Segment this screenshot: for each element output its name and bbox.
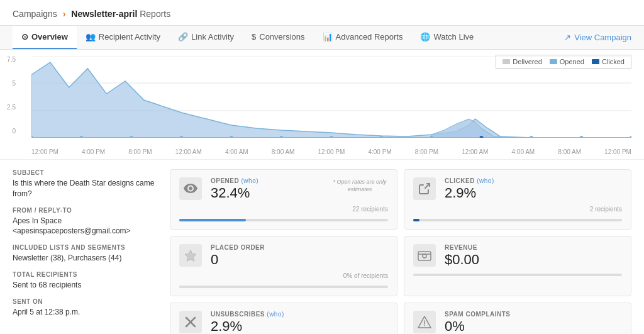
revenue-bar-wrap: [413, 274, 622, 276]
unsubscribes-card: UNSUBSCRIBES (who) 2.9% 2 recipients: [170, 303, 397, 334]
watch-live-icon: 🌐: [420, 32, 430, 42]
opened-sub: 22 recipients: [352, 206, 388, 213]
tab-recipient-activity[interactable]: 👥 Recipient Activity: [77, 26, 169, 49]
opened-card: OPENED (who) 32.4% * Open rates are only…: [170, 169, 397, 230]
eye-icon: [179, 177, 202, 200]
subject-label: SUBJECT: [13, 169, 157, 176]
clicked-who-link[interactable]: (who): [477, 177, 494, 184]
tab-link-activity[interactable]: 🔗 Link Activity: [169, 26, 243, 49]
placed-order-card: PLACED ORDER 0 0% of recipients: [170, 236, 397, 296]
advanced-reports-icon: 📊: [323, 32, 333, 42]
tab-overview[interactable]: ⊙ Overview: [13, 26, 77, 49]
y-axis: 7.5 5 2.5 0: [0, 56, 19, 135]
info-panel: SUBJECT Is this where the Death Star des…: [13, 169, 157, 334]
clicked-card: CLICKED (who) 2.9% 2 recipients: [404, 169, 631, 230]
star-icon: [179, 244, 202, 267]
tab-watch-live[interactable]: 🌐 Watch Live: [411, 26, 482, 49]
revenue-content: REVENUE $0.00: [445, 244, 622, 267]
bottom-section: SUBJECT Is this where the Death Star des…: [0, 160, 644, 334]
spam-content: SPAM COMPLAINTS 0%: [445, 311, 622, 334]
x-axis: 12:00 PM 4:00 PM 8:00 PM 12:00 AM 4:00 A…: [31, 147, 631, 157]
opened-title: OPENED (who): [211, 177, 323, 184]
view-campaign-label: View Campaign: [574, 33, 631, 42]
sent-value: April 5 at 12:38 p.m.: [13, 307, 157, 318]
tab-watch-live-label: Watch Live: [433, 32, 474, 42]
lists-block: INCLUDED LISTS AND SEGMENTS Newsletter (…: [13, 244, 157, 264]
lists-value: Newsletter (38), Purchasers (44): [13, 253, 157, 264]
breadcrumb-separator: ›: [63, 9, 66, 19]
warning-icon: [413, 311, 436, 333]
opened-card-top: OPENED (who) 32.4% * Open rates are only…: [179, 177, 388, 201]
external-link-icon: ↗: [564, 33, 571, 42]
svg-marker-5: [431, 119, 519, 138]
from-block: FROM / REPLY-TO Apes In Space <apesinspa…: [13, 207, 157, 237]
revenue-title: REVENUE: [445, 244, 622, 251]
navigation-bar: ⊙ Overview 👥 Recipient Activity 🔗 Link A…: [0, 26, 644, 50]
svg-marker-4: [31, 62, 631, 138]
opened-bar: [179, 219, 246, 221]
recipients-value: Sent to 68 recipients: [13, 280, 157, 291]
sent-block: SENT ON April 5 at 12:38 p.m.: [13, 298, 157, 318]
chart-area: Delivered Opened Clicked 7.5 5 2.5 0: [0, 50, 644, 160]
page-header: Campaigns › Newsletter-april Reports: [0, 0, 644, 26]
unsubscribes-title: UNSUBSCRIBES (who): [211, 311, 388, 318]
lists-label: INCLUDED LISTS AND SEGMENTS: [13, 244, 157, 251]
placed-order-content: PLACED ORDER 0: [211, 244, 388, 267]
opened-who-link[interactable]: (who): [242, 177, 259, 184]
clicked-content: CLICKED (who) 2.9%: [445, 177, 622, 201]
svg-point-21: [423, 254, 426, 258]
tab-link-activity-label: Link Activity: [191, 32, 234, 42]
tab-overview-label: Overview: [31, 32, 68, 42]
revenue-icon: [413, 244, 436, 267]
svg-point-19: [630, 136, 631, 138]
clicked-card-top: CLICKED (who) 2.9%: [413, 177, 622, 201]
opened-bar-wrap: [179, 219, 388, 221]
svg-point-18: [580, 136, 584, 138]
breadcrumb-suffix: Reports: [140, 9, 170, 19]
subject-block: SUBJECT Is this where the Death Star des…: [13, 169, 157, 199]
revenue-top: REVENUE $0.00: [413, 244, 622, 267]
from-value: Apes In Space <apesinspaceposters@gmail.…: [13, 216, 157, 237]
subject-value: Is this where the Death Star designs cam…: [13, 178, 157, 199]
recipients-label: TOTAL RECIPIENTS: [13, 271, 157, 278]
tab-advanced-reports[interactable]: 📊 Advanced Reports: [314, 26, 412, 49]
placed-order-sub-row: 0% of recipients: [179, 271, 388, 279]
chart-wrapper: [31, 56, 631, 147]
clicked-title: CLICKED (who): [445, 177, 622, 184]
unsubscribes-top: UNSUBSCRIBES (who) 2.9%: [179, 311, 388, 334]
tab-recipient-activity-label: Recipient Activity: [99, 32, 160, 42]
breadcrumb-campaigns[interactable]: Campaigns: [13, 9, 57, 19]
svg-rect-20: [418, 252, 431, 260]
tab-conversions-label: Conversions: [259, 32, 304, 42]
link-activity-icon: 🔗: [178, 32, 188, 42]
opened-sub-row: 22 recipients: [179, 204, 388, 213]
placed-order-sub: 0% of recipients: [343, 272, 388, 279]
spam-top: SPAM COMPLAINTS 0%: [413, 311, 622, 334]
external-link-stat-icon: [413, 177, 436, 200]
opened-content: OPENED (who) 32.4%: [211, 177, 323, 201]
clicked-sub-row: 2 recipients: [413, 204, 622, 213]
overview-icon: ⊙: [21, 32, 28, 42]
open-rate-note: * Open rates are only estimates: [331, 177, 388, 193]
tab-advanced-reports-label: Advanced Reports: [336, 32, 403, 42]
opened-value: 32.4%: [211, 186, 323, 201]
tab-conversions[interactable]: $ Conversions: [243, 26, 314, 49]
revenue-card: REVENUE $0.00: [404, 236, 631, 296]
placed-order-top: PLACED ORDER 0: [179, 244, 388, 267]
nav-tabs: ⊙ Overview 👥 Recipient Activity 🔗 Link A…: [13, 26, 482, 49]
clicked-bar-wrap: [413, 219, 622, 221]
unsubscribes-value: 2.9%: [211, 319, 388, 334]
conversions-icon: $: [252, 32, 256, 42]
placed-order-title: PLACED ORDER: [211, 244, 388, 251]
unsubscribes-who-link[interactable]: (who): [267, 311, 284, 318]
revenue-value: $0.00: [445, 252, 622, 267]
recipient-activity-icon: 👥: [86, 32, 96, 42]
clicked-bar: [413, 219, 419, 221]
spam-title: SPAM COMPLAINTS: [445, 311, 622, 318]
from-label: FROM / REPLY-TO: [13, 207, 157, 214]
view-campaign-button[interactable]: ↗ View Campaign: [564, 33, 631, 42]
svg-point-26: [424, 325, 425, 326]
clicked-value: 2.9%: [445, 186, 622, 201]
stats-grid: OPENED (who) 32.4% * Open rates are only…: [170, 169, 631, 334]
svg-point-17: [530, 136, 533, 138]
